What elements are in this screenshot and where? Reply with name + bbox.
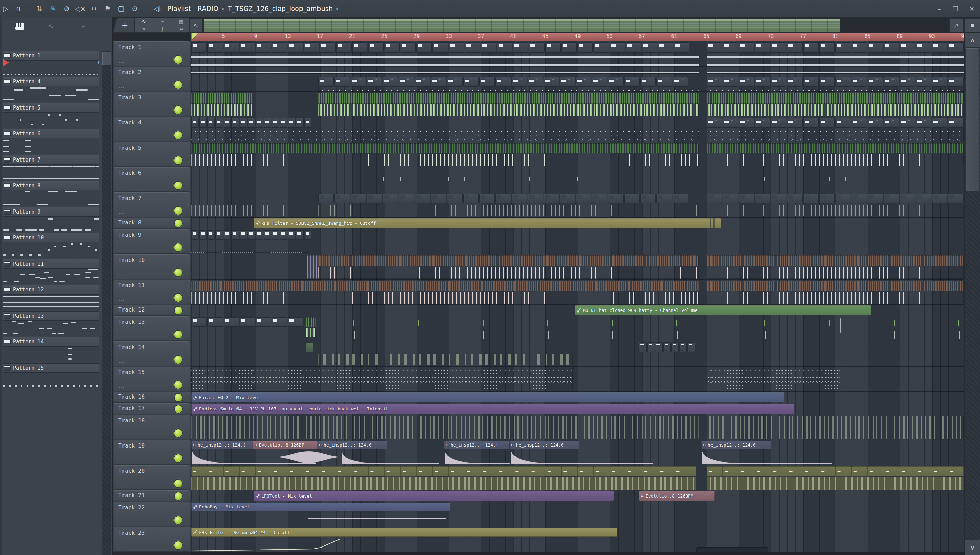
pattern-clip[interactable] (884, 42, 899, 53)
pattern-list-scrollbar[interactable] (102, 51, 111, 555)
pattern-clip[interactable] (577, 42, 593, 53)
track-header-17[interactable]: Track 17 (114, 403, 190, 414)
pattern-clip[interactable] (658, 42, 673, 53)
pattern-clip[interactable] (916, 194, 931, 203)
pattern-clip[interactable] (739, 77, 754, 87)
audio-clip[interactable] (707, 292, 964, 304)
pattern-clip[interactable] (367, 77, 382, 87)
track-led[interactable] (174, 356, 182, 364)
pattern-clip[interactable] (191, 42, 207, 53)
pattern-clip[interactable] (513, 42, 529, 53)
pattern-clip[interactable] (272, 317, 287, 327)
scroll-left-button[interactable]: < (189, 18, 202, 32)
add-track-button[interactable]: + (116, 18, 133, 33)
cut-icon[interactable]: ✕ (134, 25, 153, 33)
pattern-preview[interactable] (3, 138, 100, 154)
pattern-preview[interactable] (3, 164, 100, 180)
pattern-clip[interactable] (383, 77, 398, 87)
pattern-clip[interactable] (304, 230, 312, 240)
pattern-clip[interactable] (512, 77, 527, 87)
scroll-right-button[interactable]: > (949, 18, 964, 32)
pattern-clip[interactable] (835, 194, 851, 203)
pattern-clip[interactable] (264, 230, 271, 240)
audio-clip[interactable] (318, 354, 573, 365)
audio-clip[interactable] (707, 255, 964, 266)
pattern-clip[interactable] (495, 194, 511, 203)
automation-clip-khs-filter-snare[interactable]: kHs Filter - SOBV2_SNARE_swang_hit - Cut… (254, 218, 721, 228)
pattern-clip[interactable] (593, 42, 609, 53)
audio-clip[interactable] (318, 104, 699, 116)
track-header-6[interactable]: Track 6··· (114, 167, 190, 192)
pattern-item-pattern-7[interactable]: Pattern 7 (3, 155, 100, 164)
pattern-preview[interactable] (3, 346, 100, 362)
pattern-clip[interactable] (305, 342, 313, 352)
pattern-clip[interactable] (351, 194, 366, 203)
pattern-clip[interactable] (640, 194, 656, 203)
audio-clip[interactable] (306, 328, 316, 337)
pattern-clip[interactable] (679, 342, 687, 352)
pattern-clip[interactable] (803, 118, 819, 128)
pattern-item-pattern-5[interactable]: Pattern 5 (3, 103, 100, 112)
pattern-clip[interactable] (223, 230, 231, 240)
pattern-clip[interactable] (771, 42, 786, 53)
pattern-clip[interactable] (528, 194, 543, 203)
tab-automation[interactable]: ⌁ (77, 21, 90, 32)
pattern-clip[interactable] (215, 118, 223, 128)
pattern-clip[interactable] (624, 77, 640, 87)
pattern-preview[interactable] (3, 216, 100, 232)
pattern-clip[interactable] (900, 77, 915, 87)
playhead-marker-icon[interactable] (191, 33, 198, 40)
pattern-clip[interactable] (819, 77, 835, 87)
pattern-clip[interactable] (368, 42, 384, 53)
pattern-clip[interactable] (352, 42, 368, 53)
pattern-preview[interactable] (3, 372, 100, 388)
pattern-clip[interactable] (191, 230, 199, 240)
pattern-clip[interactable] (207, 118, 215, 128)
pattern-clip[interactable] (255, 42, 271, 53)
pattern-clip[interactable] (723, 194, 738, 203)
track-led[interactable] (174, 207, 182, 215)
pattern-clip[interactable] (280, 118, 288, 128)
vertical-scrollbar-thumb[interactable] (966, 48, 979, 191)
zoom-tool-icon[interactable]: ⊙ (128, 0, 141, 17)
pattern-clip[interactable] (673, 194, 688, 203)
audio-clip-evolutio[interactable]: ↦Evolutio..8 126BPM (639, 491, 715, 501)
playlist-minimap[interactable] (204, 18, 840, 32)
track-led[interactable] (175, 307, 182, 314)
pattern-clip[interactable] (755, 118, 770, 128)
pattern-preview[interactable] (3, 320, 100, 336)
audio-clip[interactable] (707, 205, 964, 216)
pattern-clip[interactable] (771, 118, 786, 128)
pattern-clip[interactable] (231, 230, 239, 240)
pattern-preview[interactable] (3, 190, 100, 206)
pattern-item-pattern-1[interactable]: Pattern 1 (3, 51, 100, 60)
pattern-clip[interactable] (663, 342, 671, 352)
track-header-5[interactable]: Track 5··· (114, 142, 190, 167)
pattern-clip[interactable] (288, 230, 296, 240)
pattern-clip[interactable] (223, 118, 231, 128)
pattern-clip[interactable] (416, 42, 432, 53)
pattern-clip[interactable] (639, 342, 646, 352)
pattern-clip[interactable] (916, 118, 931, 128)
audio-clip[interactable] (707, 416, 964, 439)
pattern-clip[interactable] (351, 77, 366, 87)
track-led[interactable] (174, 516, 182, 524)
track-led[interactable] (174, 330, 182, 338)
pattern-clip[interactable] (400, 42, 416, 53)
track-header-20[interactable]: Track 20··· (114, 465, 190, 490)
pattern-clip[interactable] (288, 317, 303, 327)
pattern-clip[interactable] (544, 194, 559, 203)
pattern-clip[interactable] (560, 77, 575, 87)
audio-clip[interactable] (191, 93, 252, 104)
audio-clip[interactable] (191, 72, 699, 74)
track-header-2[interactable]: Track 2··· (114, 67, 190, 91)
pattern-clip[interactable] (334, 77, 350, 87)
pattern-clip[interactable] (367, 194, 382, 203)
audio-clip-evolutio[interactable]: ↦Evolutio..8 126BP (252, 441, 322, 449)
pattern-clip[interactable] (610, 42, 625, 53)
pattern-clip[interactable] (231, 118, 239, 128)
no-snap-icon[interactable]: ⊘ (60, 0, 74, 17)
pattern-clip[interactable] (852, 194, 867, 203)
pattern-preview[interactable] (3, 60, 100, 76)
pattern-clip[interactable] (199, 230, 207, 240)
